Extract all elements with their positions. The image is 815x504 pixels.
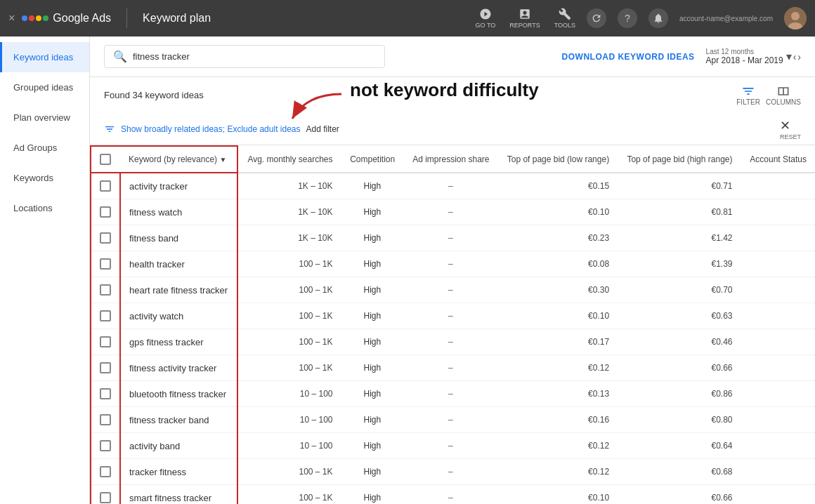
cell-ad-impression: – — [403, 459, 497, 485]
cell-ad-impression: – — [403, 433, 497, 459]
header-avg-searches: Avg. monthly searches — [237, 146, 341, 173]
columns-button[interactable]: COLUMNS — [766, 84, 801, 106]
reset-icon[interactable]: ✕ — [780, 119, 790, 133]
reports-button[interactable]: REPORTS — [509, 8, 540, 29]
cell-ad-impression: – — [403, 225, 497, 251]
table-row: heart rate fitness tracker 100 – 1K High… — [91, 277, 815, 303]
red-arrow — [285, 91, 348, 128]
show-related-link[interactable]: Show broadly related ideas; Exclude adul… — [121, 124, 301, 134]
goto-button[interactable]: GO TO — [476, 8, 496, 29]
table-row: fitness watch 1K – 10K High – €0.10 €0.8… — [91, 199, 815, 225]
cell-competition: High — [341, 381, 404, 407]
cell-keyword: bluetooth fitness tracker — [120, 381, 237, 407]
refresh-button[interactable] — [587, 8, 606, 28]
row-checkbox[interactable] — [100, 336, 111, 347]
row-checkbox[interactable] — [100, 440, 111, 451]
cell-account-status — [741, 251, 815, 277]
row-checkbox[interactable] — [100, 206, 111, 218]
cell-top-bid-low: €0.10 — [498, 303, 618, 329]
row-checkbox[interactable] — [100, 258, 111, 270]
row-checkbox[interactable] — [100, 414, 111, 425]
annotation: not keyword difficulty — [350, 79, 539, 101]
avatar[interactable] — [784, 7, 807, 29]
tools-button[interactable]: TOOLS — [554, 8, 575, 29]
cell-account-status — [741, 381, 815, 407]
cell-competition: High — [341, 355, 404, 381]
cell-ad-impression: – — [403, 303, 497, 329]
date-range-prev[interactable]: ‹ — [793, 51, 797, 62]
cell-account-status — [741, 355, 815, 381]
header-account-status: Account Status — [741, 146, 815, 173]
nav-divider — [126, 8, 127, 28]
cell-avg-searches: 100 – 1K — [237, 329, 341, 355]
cell-checkbox — [91, 485, 120, 505]
sidebar-label-keyword-ideas: Keyword ideas — [13, 52, 73, 62]
row-checkbox[interactable] — [100, 362, 111, 373]
download-keyword-ideas-button[interactable]: DOWNLOAD KEYWORD IDEAS — [562, 52, 695, 62]
filter-button[interactable]: FILTER — [736, 84, 760, 106]
reset-button[interactable]: ✕ RESET — [780, 118, 801, 140]
cell-keyword: activity watch — [120, 303, 237, 329]
cell-competition: High — [341, 407, 404, 433]
cell-keyword: tracker fitness — [120, 459, 237, 485]
header-keyword[interactable]: Keyword (by relevance) ▼ — [120, 146, 237, 173]
reports-label: REPORTS — [509, 22, 540, 29]
sidebar-item-locations[interactable]: Locations — [0, 193, 89, 223]
cell-ad-impression: – — [403, 329, 497, 355]
cell-avg-searches: 100 – 1K — [237, 355, 341, 381]
cell-avg-searches: 1K – 10K — [237, 225, 341, 251]
reset-label: RESET — [780, 133, 801, 140]
sidebar-item-keywords[interactable]: Keywords — [0, 163, 89, 193]
table-row: fitness tracker band 10 – 100 High – €0.… — [91, 407, 815, 433]
table-row: fitness band 1K – 10K High – €0.23 €1.42 — [91, 225, 815, 251]
cell-top-bid-low: €0.15 — [498, 173, 618, 199]
row-checkbox[interactable] — [100, 388, 111, 399]
notifications-button[interactable] — [648, 8, 668, 28]
cell-competition: High — [341, 459, 404, 485]
row-checkbox[interactable] — [100, 180, 111, 192]
cell-avg-searches: 10 – 100 — [237, 381, 341, 407]
filter-label: FILTER — [736, 98, 760, 106]
cell-avg-searches: 1K – 10K — [237, 199, 341, 225]
table-body: activity tracker 1K – 10K High – €0.15 €… — [91, 173, 815, 504]
cell-avg-searches: 100 – 1K — [237, 303, 341, 329]
cell-checkbox — [91, 173, 120, 199]
search-input[interactable] — [133, 51, 376, 62]
cell-top-bid-high: €0.46 — [618, 329, 741, 355]
cell-ad-impression: – — [403, 485, 497, 505]
cell-checkbox — [91, 407, 120, 433]
search-box[interactable]: 🔍 — [104, 45, 385, 68]
table-row: activity watch 100 – 1K High – €0.10 €0.… — [91, 303, 815, 329]
header-ad-impression: Ad impression share — [403, 146, 497, 173]
cell-top-bid-low: €0.23 — [498, 225, 618, 251]
cell-account-status — [741, 459, 815, 485]
cell-competition: High — [341, 173, 404, 199]
cell-keyword: activity tracker — [120, 173, 237, 199]
date-range-dropdown[interactable]: ▾ — [786, 50, 792, 63]
sidebar-item-keyword-ideas[interactable]: Keyword ideas — [0, 42, 89, 72]
row-checkbox[interactable] — [100, 492, 111, 503]
cell-checkbox — [91, 225, 120, 251]
cell-keyword: fitness band — [120, 225, 237, 251]
cell-top-bid-low: €0.08 — [498, 251, 618, 277]
row-checkbox[interactable] — [100, 284, 111, 296]
date-range: Last 12 months Apr 2018 - Mar 2019 ▾ ‹ › — [706, 48, 801, 65]
help-button[interactable]: ? — [618, 8, 637, 28]
logo-dot-green — [43, 15, 48, 21]
row-checkbox[interactable] — [100, 466, 111, 477]
table-header-row: Keyword (by relevance) ▼ Avg. monthly se… — [91, 146, 815, 173]
row-checkbox[interactable] — [100, 232, 111, 244]
table-container: Keyword (by relevance) ▼ Avg. monthly se… — [90, 145, 815, 504]
select-all-checkbox[interactable] — [100, 154, 111, 165]
sidebar-label-locations: Locations — [13, 203, 53, 213]
sidebar-item-grouped-ideas[interactable]: Grouped ideas — [0, 72, 89, 102]
close-icon[interactable]: × — [8, 12, 15, 25]
cell-top-bid-high: €0.66 — [618, 485, 741, 505]
cell-competition: High — [341, 433, 404, 459]
row-checkbox[interactable] — [100, 310, 111, 321]
help-icon: ? — [625, 13, 630, 24]
sidebar-item-ad-groups[interactable]: Ad Groups — [0, 133, 89, 163]
account-info: account-name@example.com — [679, 15, 773, 22]
date-range-next[interactable]: › — [797, 51, 801, 62]
sidebar-item-plan-overview[interactable]: Plan overview — [0, 102, 89, 133]
